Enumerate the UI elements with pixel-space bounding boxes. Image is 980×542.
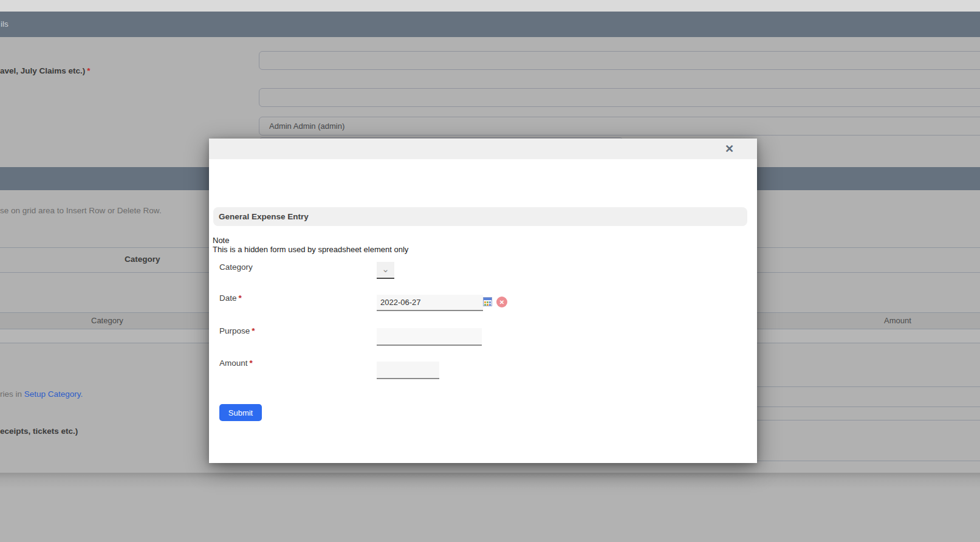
setup-category-hint: ries in Setup Category.	[0, 389, 83, 399]
general-expense-entry-modal: ✕ General Expense Entry Note This is a h…	[209, 139, 757, 463]
grid-line	[757, 386, 980, 387]
grid-line	[757, 420, 980, 420]
details-header-bar: ils	[0, 12, 980, 37]
clear-date-icon[interactable]: ✕	[496, 297, 507, 307]
form-title-box: General Expense Entry	[213, 207, 747, 226]
required-asterisk: *	[250, 358, 253, 368]
claim-name-input[interactable]	[259, 51, 980, 70]
amount-input[interactable]	[377, 362, 439, 379]
grid-section-category-header: Category	[125, 255, 160, 264]
owner-input[interactable]	[259, 117, 980, 136]
required-asterisk: *	[239, 293, 242, 303]
category-select[interactable]: ⌄	[377, 262, 394, 279]
required-asterisk: *	[252, 326, 255, 335]
details-header-title: ils	[0, 12, 980, 37]
grid-hint-text: se on grid area to Insert Row or Delete …	[0, 206, 162, 215]
note-body: This is a hidden form used by spreadshee…	[213, 245, 408, 254]
chevron-down-icon: ⌄	[382, 264, 389, 273]
note-heading: Note	[213, 236, 229, 245]
purpose-input[interactable]	[377, 328, 482, 346]
grid-line	[757, 406, 980, 407]
grid-col-header-category: Category	[91, 313, 123, 329]
date-input[interactable]	[377, 295, 483, 311]
required-asterisk: *	[87, 66, 90, 75]
grid-col-header-amount: Amount	[884, 313, 911, 329]
category-label: Category	[219, 262, 253, 272]
screen: ils avel, July Claims etc.)* se on grid …	[0, 0, 980, 542]
setup-category-link[interactable]: Setup Category.	[24, 389, 83, 399]
claim-name-label: avel, July Claims etc.)*	[0, 66, 91, 75]
receipts-label: eceipts, tickets etc.)	[0, 427, 78, 436]
purpose-label: Purpose*	[219, 326, 255, 335]
submit-button[interactable]: Submit	[219, 404, 262, 421]
modal-header-bar: ✕	[209, 139, 757, 159]
date-label: Date*	[219, 293, 242, 303]
calendar-icon[interactable]	[483, 297, 492, 306]
page-footer-section	[0, 473, 980, 542]
page-top-strip	[0, 0, 980, 12]
grid-line	[757, 461, 980, 461]
amount-label: Amount*	[219, 358, 253, 368]
claim-description-input[interactable]	[259, 88, 980, 107]
close-icon[interactable]: ✕	[725, 142, 734, 156]
form-title: General Expense Entry	[213, 207, 747, 226]
